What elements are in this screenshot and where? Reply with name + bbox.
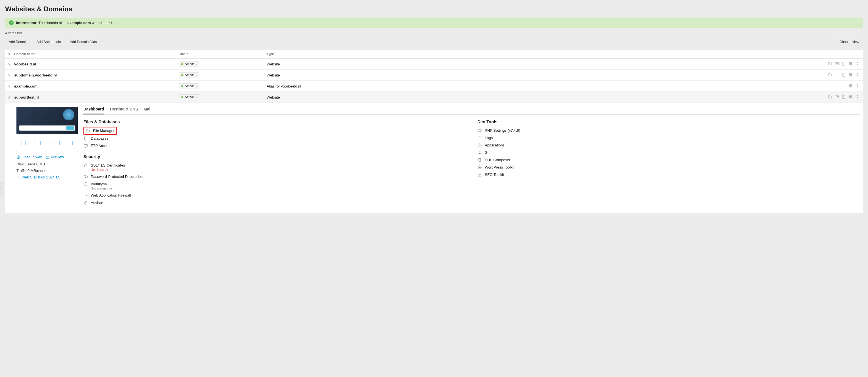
col-status[interactable]: Status <box>179 52 267 56</box>
php-settings-link[interactable]: PHP Settings (v7.4.6) <box>477 127 860 134</box>
svg-point-27 <box>479 153 480 154</box>
mail-icon[interactable] <box>835 95 839 100</box>
web-statistics-link[interactable]: Web Statistics SSL/TLS <box>17 175 61 179</box>
wordpress-icon <box>477 165 482 170</box>
tab-hosting-dns[interactable]: Hosting & DNS <box>110 107 138 114</box>
domain-name[interactable]: voorbeeld.nl <box>14 62 36 66</box>
info-banner: ✓ Information: The domain alias example.… <box>5 18 863 28</box>
file-manager-link[interactable]: File Manager <box>86 129 115 133</box>
domain-detail-panel: Open in web Preview Disk Usage 0 MB Traf… <box>5 103 863 213</box>
tab-dashboard[interactable]: Dashboard <box>83 107 104 114</box>
wordpress-toolkit-link[interactable]: WordPress Toolkit <box>477 164 860 171</box>
svg-point-5 <box>842 73 845 74</box>
svg-point-24 <box>478 130 482 132</box>
items-total: 4 items total <box>5 31 863 35</box>
status-dropdown[interactable]: Active▾ <box>179 94 199 100</box>
row-toggle[interactable]: ∨ <box>8 62 11 66</box>
database-icon[interactable] <box>841 95 846 100</box>
folder-icon[interactable] <box>828 62 832 67</box>
add-domain-button[interactable]: Add Domain <box>5 38 31 46</box>
add-alias-button[interactable]: Add Domain Alias <box>66 38 100 46</box>
folder-icon[interactable] <box>828 95 832 100</box>
table-row: ∧ supporttest.nl Active▾ Website ⋮ <box>5 92 863 103</box>
composer-link[interactable]: PHP Composer <box>477 156 860 164</box>
git-link[interactable]: Git <box>477 149 860 156</box>
settings-icon[interactable] <box>848 72 853 78</box>
seo-toolkit-link[interactable]: SEO Toolkit <box>477 171 860 178</box>
chevron-down-icon: ▾ <box>195 85 197 88</box>
domain-name[interactable]: subdomein.voorbeeld.nl <box>14 73 57 77</box>
ftp-access-link[interactable]: FTP Access <box>83 142 466 149</box>
svg-rect-21 <box>84 165 87 167</box>
settings-icon[interactable] <box>848 62 853 67</box>
sidebar-collapse-handle[interactable]: ‹ <box>0 182 3 196</box>
domain-name[interactable]: supporttest.nl <box>14 95 39 99</box>
status-dot-icon <box>181 85 183 87</box>
database-icon[interactable] <box>841 62 846 67</box>
section-dev-tools: Dev Tools <box>477 119 860 124</box>
status-dropdown[interactable]: Active▾ <box>179 61 199 67</box>
kebab-icon[interactable]: ⋮ <box>855 61 860 67</box>
preview-link[interactable]: Preview <box>46 155 64 159</box>
row-type: Website <box>267 95 823 99</box>
waf-link[interactable]: Web Application Firewall <box>83 192 466 199</box>
database-icon <box>83 136 88 141</box>
col-type[interactable]: Type <box>267 52 823 56</box>
svg-point-26 <box>479 151 480 152</box>
open-in-web-link[interactable]: Open in web <box>17 155 42 159</box>
row-type: Alias for voorbeeld.nl <box>267 84 823 89</box>
imunify-link[interactable]: ImunifyAVNot scanned yet <box>83 180 466 192</box>
expand-all-toggle[interactable]: ∨ <box>8 52 14 56</box>
info-suffix: was created. <box>91 21 113 25</box>
domain-name[interactable]: example.com <box>14 84 37 89</box>
ssl-certificates-link[interactable]: SSL/TLS CertificatesNot Secured <box>83 162 466 173</box>
status-dot-icon <box>181 63 183 65</box>
svg-rect-18 <box>46 156 49 158</box>
add-subdomain-button[interactable]: Add Subdomain <box>33 38 64 46</box>
folder-lock-icon <box>83 174 88 179</box>
row-toggle[interactable]: ∧ <box>8 95 11 99</box>
settings-icon[interactable] <box>848 95 853 100</box>
svg-point-13 <box>842 95 845 96</box>
info-domain: example.com <box>67 21 91 25</box>
lock-icon <box>83 163 88 168</box>
svg-rect-20 <box>84 144 87 147</box>
settings-icon[interactable] <box>848 83 853 89</box>
row-toggle[interactable]: ∨ <box>8 84 11 89</box>
php-icon <box>477 128 482 133</box>
tab-mail[interactable]: Mail <box>144 107 152 114</box>
change-view-button[interactable]: Change view <box>836 38 863 46</box>
row-toggle[interactable]: ∨ <box>8 73 11 77</box>
mail-icon[interactable] <box>835 62 839 67</box>
traffic-label: Traffic <box>17 169 26 173</box>
svg-point-22 <box>85 177 86 178</box>
file-manager-highlight: File Manager <box>83 127 117 135</box>
section-files-databases: Files & Databases <box>83 119 466 124</box>
svg-point-19 <box>84 137 87 138</box>
applications-link[interactable]: Applications <box>477 142 860 149</box>
disk-usage-label: Disk Usage <box>17 162 35 166</box>
success-icon: ✓ <box>9 21 13 25</box>
chart-icon <box>477 172 482 177</box>
databases-link[interactable]: Databases <box>83 135 466 142</box>
logs-link[interactable]: Logs <box>477 134 860 142</box>
kebab-icon[interactable]: ⋮ <box>855 94 860 100</box>
advisor-link[interactable]: Advisor <box>83 199 466 206</box>
svg-point-1 <box>842 62 845 63</box>
status-dot-icon <box>181 96 183 98</box>
kebab-icon[interactable]: ⋮ <box>855 72 860 78</box>
col-domain-name[interactable]: Domain name ↓ <box>14 52 179 56</box>
table-row: ∨ voorbeeld.nl Active▾ Website ⋮ <box>5 59 863 70</box>
status-dropdown[interactable]: Active▾ <box>179 72 199 78</box>
kebab-icon[interactable]: ⋮ <box>855 83 860 89</box>
database-icon[interactable] <box>841 72 846 78</box>
site-thumbnail[interactable] <box>17 107 78 152</box>
status-dot-icon <box>181 74 183 76</box>
password-directories-link[interactable]: Password-Protected Directories <box>83 173 466 180</box>
traffic-value: 0 MB/month <box>28 169 48 173</box>
svg-point-25 <box>479 145 480 146</box>
folder-icon <box>86 129 90 133</box>
advisor-icon <box>83 201 88 205</box>
folder-icon[interactable] <box>828 72 832 78</box>
status-dropdown[interactable]: Active▾ <box>179 83 199 89</box>
